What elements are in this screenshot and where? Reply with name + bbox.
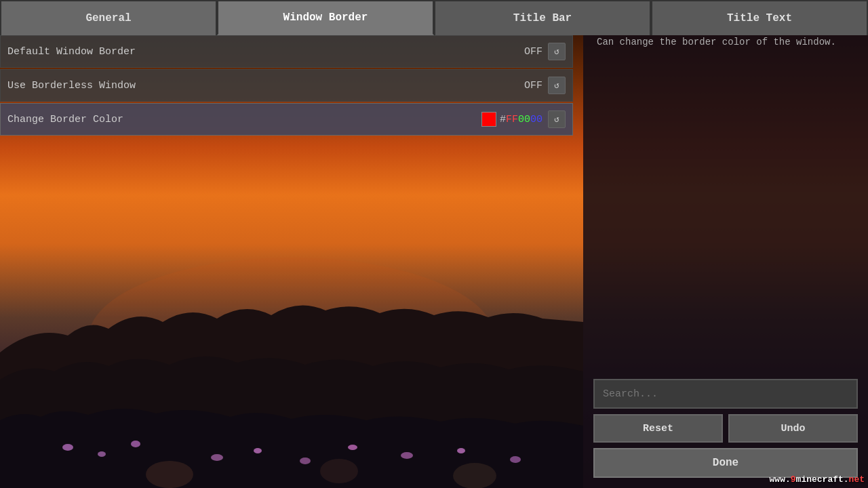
svg-point-10 bbox=[510, 456, 521, 463]
color-hex-value: #FF0000 bbox=[500, 114, 542, 125]
setting-row-use-borderless-window[interactable]: Use Borderless Window OFF ↺ bbox=[0, 69, 573, 102]
svg-point-4 bbox=[211, 454, 223, 461]
setting-row-change-border-color[interactable]: Change Border Color #FF0000 ↺ bbox=[0, 103, 573, 136]
watermark-nine: 9 bbox=[791, 474, 796, 485]
watermark-minecraft: minecraft. bbox=[796, 474, 849, 485]
setting-value-use-borderless-window: OFF bbox=[524, 80, 542, 92]
svg-point-7 bbox=[348, 445, 357, 450]
search-input[interactable] bbox=[593, 379, 858, 409]
setting-row-default-window-border[interactable]: Default Window Border OFF ↺ bbox=[0, 35, 573, 68]
svg-point-13 bbox=[453, 463, 496, 488]
settings-area: Default Window Border OFF ↺ Use Borderle… bbox=[0, 35, 573, 137]
reset-change-border-color[interactable]: ↺ bbox=[548, 110, 566, 128]
svg-point-5 bbox=[254, 448, 262, 453]
setting-value-default-window-border: OFF bbox=[524, 46, 542, 58]
reset-default-window-border[interactable]: ↺ bbox=[548, 43, 566, 60]
info-description: Can change the border color of the windo… bbox=[597, 35, 854, 49]
setting-label-default-window-border: Default Window Border bbox=[7, 46, 524, 58]
svg-point-11 bbox=[146, 461, 193, 488]
color-r-part: FF bbox=[506, 114, 518, 125]
color-swatch[interactable] bbox=[481, 112, 496, 127]
tab-title-text[interactable]: Title Text bbox=[651, 0, 868, 35]
bottom-controls: Reset Undo Done bbox=[583, 372, 868, 488]
tab-bar: General Window Border Title Bar Title Te… bbox=[0, 0, 868, 35]
undo-button[interactable]: Undo bbox=[728, 414, 858, 443]
tab-general[interactable]: General bbox=[0, 0, 217, 35]
color-hash: # bbox=[500, 114, 506, 125]
setting-label-use-borderless-window: Use Borderless Window bbox=[7, 80, 524, 92]
color-b-part: 00 bbox=[530, 114, 542, 125]
svg-point-8 bbox=[401, 452, 413, 459]
reset-button[interactable]: Reset bbox=[593, 414, 723, 443]
setting-label-change-border-color: Change Border Color bbox=[7, 114, 481, 125]
svg-point-9 bbox=[457, 448, 465, 453]
watermark: www.9minecraft.net bbox=[770, 474, 865, 485]
svg-point-3 bbox=[131, 441, 140, 447]
right-panel: Change Border Color Can change the borde… bbox=[583, 0, 868, 488]
reset-use-borderless-window[interactable]: ↺ bbox=[548, 77, 566, 94]
watermark-net: net bbox=[849, 474, 865, 485]
color-g-part: 00 bbox=[518, 114, 530, 125]
svg-point-2 bbox=[98, 451, 106, 457]
info-area: Change Border Color Can change the borde… bbox=[583, 0, 868, 372]
svg-point-6 bbox=[300, 458, 311, 464]
svg-point-12 bbox=[320, 459, 358, 483]
tab-window-border[interactable]: Window Border bbox=[217, 0, 434, 35]
btn-row: Reset Undo bbox=[593, 414, 858, 443]
watermark-www: www. bbox=[770, 474, 791, 485]
svg-point-1 bbox=[62, 444, 73, 451]
landscape-silhouette bbox=[0, 203, 583, 488]
tab-title-bar[interactable]: Title Bar bbox=[434, 0, 651, 35]
done-button[interactable]: Done bbox=[593, 448, 858, 478]
